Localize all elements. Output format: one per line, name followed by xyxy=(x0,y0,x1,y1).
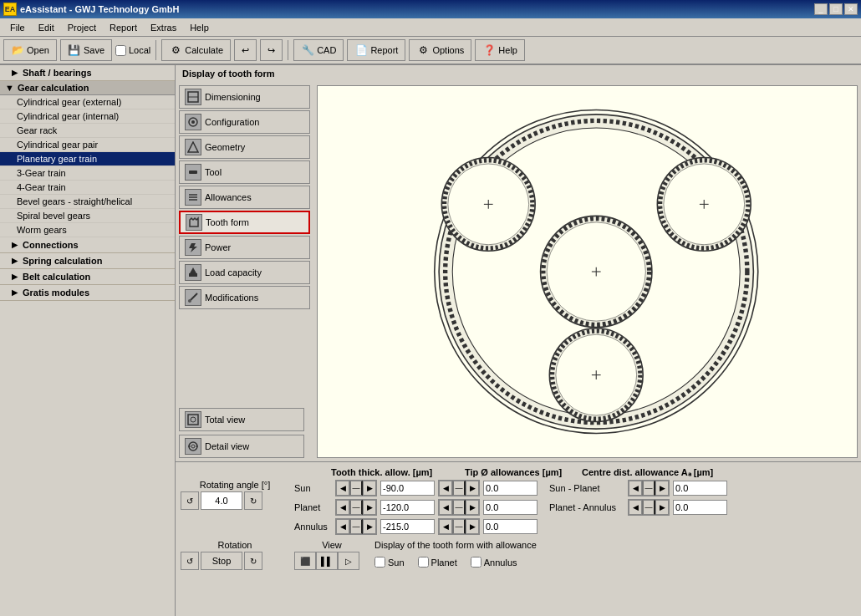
rotate-forward-button[interactable]: ↻ xyxy=(244,491,262,510)
undo-button[interactable]: ↩ xyxy=(234,39,257,61)
menu-extras[interactable]: Extras xyxy=(144,21,183,34)
planet-annulus-prev-button[interactable]: ◀ xyxy=(629,500,642,515)
rotate-back-button[interactable]: ↺ xyxy=(181,491,199,510)
planet-tip-input[interactable]: 0.0 xyxy=(483,500,537,515)
configuration-button[interactable]: Configuration xyxy=(179,110,310,134)
sidebar-item-4gear[interactable]: 4-Gear train xyxy=(0,181,175,195)
sidebar-item-gear-rack[interactable]: Gear rack xyxy=(0,124,175,138)
sidebar-item-3gear[interactable]: 3-Gear train xyxy=(0,166,175,181)
annulus-tip-prev-button[interactable]: ◀ xyxy=(439,519,452,534)
sun-tooth-minus-button[interactable]: — xyxy=(349,481,363,496)
gratis-arrow-icon: ▶ xyxy=(12,288,18,297)
sidebar-item-cylindrical-pair[interactable]: Cylindrical gear pair xyxy=(0,138,175,152)
sidebar-item-gear-calculation[interactable]: ▼ Gear calculation xyxy=(0,81,175,95)
sun-planet-prev-button[interactable]: ◀ xyxy=(629,481,642,496)
planet-tip-minus-button[interactable]: — xyxy=(452,500,466,515)
shaft-arrow-icon: ▶ xyxy=(12,69,18,77)
cad-button[interactable]: 🔧 CAD xyxy=(293,39,344,61)
view-btn-2[interactable]: ▌▌ xyxy=(316,552,338,570)
rotation-forward-button[interactable]: ↻ xyxy=(244,552,262,570)
sun-tip-input[interactable]: 0.0 xyxy=(483,481,537,496)
close-button[interactable]: ✕ xyxy=(844,3,858,15)
sun-tip-minus-button[interactable]: — xyxy=(452,481,466,496)
help-button[interactable]: ❓ Help xyxy=(475,39,525,61)
planet-tip-prev-button[interactable]: ◀ xyxy=(439,500,452,515)
save-button[interactable]: 💾 Save xyxy=(60,39,112,61)
report-button[interactable]: 📄 Report xyxy=(347,39,405,61)
view-btn-3[interactable]: ▷ xyxy=(338,552,359,570)
annulus-checkbox-label[interactable]: Annulus xyxy=(471,557,517,568)
sun-planet-minus-button[interactable]: — xyxy=(642,481,655,496)
sidebar-item-connections[interactable]: ▶ Connections xyxy=(0,237,175,253)
planet-tooth-minus-button[interactable]: — xyxy=(349,500,363,515)
allowances-button[interactable]: Allowances xyxy=(179,186,310,209)
planet-tip-next-button[interactable]: ▶ xyxy=(466,500,479,515)
rotation-back-button[interactable]: ↺ xyxy=(181,552,199,570)
sidebar-item-cylindrical-external[interactable]: Cylindrical gear (external) xyxy=(0,95,175,109)
planet-tooth-next-button[interactable]: ▶ xyxy=(363,500,376,515)
menu-report[interactable]: Report xyxy=(103,21,144,34)
sun-tip-next-button[interactable]: ▶ xyxy=(466,481,479,496)
local-checkbox-label[interactable]: Local xyxy=(115,45,150,56)
tool-button[interactable]: Tool xyxy=(179,160,310,184)
window-controls[interactable]: _ □ ✕ xyxy=(814,3,858,15)
stop-button[interactable]: Stop xyxy=(201,552,242,570)
sun-tooth-input[interactable]: -90.0 xyxy=(380,481,435,496)
geometry-button[interactable]: Geometry xyxy=(179,135,310,159)
sidebar-item-spiral-bevel[interactable]: Spiral bevel gears xyxy=(0,209,175,223)
tooth-thick-header: Tooth thick. allow. [µm] xyxy=(293,467,448,478)
sun-tip-prev-button[interactable]: ◀ xyxy=(439,481,452,496)
planet-annulus-input[interactable]: 0.0 xyxy=(673,500,727,515)
annulus-checkbox[interactable] xyxy=(471,557,481,568)
annulus-tip-input[interactable]: 0.0 xyxy=(483,519,537,534)
sidebar-item-planetary-gear-train[interactable]: Planetary gear train xyxy=(0,152,175,166)
annulus-tooth-minus-button[interactable]: — xyxy=(349,519,363,534)
menu-file[interactable]: File xyxy=(3,21,32,34)
planet-tooth-input[interactable]: -120.0 xyxy=(380,500,435,515)
local-checkbox[interactable] xyxy=(115,45,126,56)
planet-tooth-prev-button[interactable]: ◀ xyxy=(336,500,349,515)
planet-annulus-minus-button[interactable]: — xyxy=(642,500,655,515)
detail-view-icon xyxy=(185,438,201,455)
modifications-button[interactable]: Modifications xyxy=(179,286,310,309)
planet-annulus-next-button[interactable]: ▶ xyxy=(655,500,669,515)
sidebar-item-gratis-modules[interactable]: ▶ Gratis modules xyxy=(0,285,175,301)
view-btn-1[interactable]: ⬛ xyxy=(294,552,316,570)
total-view-button[interactable]: Total view xyxy=(179,408,304,431)
open-button[interactable]: 📂 Open xyxy=(3,39,57,61)
sun-tooth-prev-button[interactable]: ◀ xyxy=(336,481,349,496)
power-button[interactable]: Power xyxy=(179,236,310,259)
menu-edit[interactable]: Edit xyxy=(32,21,61,34)
planet-checkbox[interactable] xyxy=(418,557,429,568)
sidebar-item-spring-calculation[interactable]: ▶ Spring calculation xyxy=(0,253,175,269)
sun-checkbox-label[interactable]: Sun xyxy=(374,557,405,568)
sidebar-item-shaft-bearings[interactable]: ▶ Shaft / bearings xyxy=(0,65,175,81)
rotating-angle-input[interactable] xyxy=(201,491,242,510)
annulus-tooth-prev-button[interactable]: ◀ xyxy=(336,519,349,534)
menu-project[interactable]: Project xyxy=(61,21,103,34)
annulus-tooth-input[interactable]: -215.0 xyxy=(380,519,435,534)
options-button[interactable]: ⚙ Options xyxy=(409,39,471,61)
annulus-tooth-next-button[interactable]: ▶ xyxy=(363,519,376,534)
menu-help[interactable]: Help xyxy=(183,21,216,34)
sidebar-item-belt-calculation[interactable]: ▶ Belt calculation xyxy=(0,269,175,285)
planet-checkbox-label[interactable]: Planet xyxy=(418,557,457,568)
load-capacity-button[interactable]: Load capacity xyxy=(179,261,310,284)
minimize-button[interactable]: _ xyxy=(814,3,828,15)
sun-tooth-next-button[interactable]: ▶ xyxy=(363,481,376,496)
redo-button[interactable]: ↪ xyxy=(260,39,283,61)
sidebar-item-bevel-straight[interactable]: Bevel gears - straight/helical xyxy=(0,195,175,209)
tooth-form-button[interactable]: Tooth form xyxy=(179,211,310,234)
sidebar-item-worm-gears[interactable]: Worm gears xyxy=(0,223,175,237)
sun-planet-input[interactable]: 0.0 xyxy=(673,481,727,496)
sidebar-item-cylindrical-internal[interactable]: Cylindrical gear (internal) xyxy=(0,109,175,124)
sun-planet-next-button[interactable]: ▶ xyxy=(655,481,669,496)
annulus-tip-next-button[interactable]: ▶ xyxy=(466,519,479,534)
calculate-button[interactable]: ⚙ Calculate xyxy=(161,39,231,61)
sun-checkbox[interactable] xyxy=(374,557,385,568)
dimensioning-button[interactable]: Dimensioning xyxy=(179,85,310,109)
detail-view-button[interactable]: Detail view xyxy=(179,435,304,458)
maximize-button[interactable]: □ xyxy=(829,3,843,15)
annulus-tip-minus-button[interactable]: — xyxy=(452,519,466,534)
sidebar: ▶ Shaft / bearings ▼ Gear calculation Cy… xyxy=(0,65,176,616)
